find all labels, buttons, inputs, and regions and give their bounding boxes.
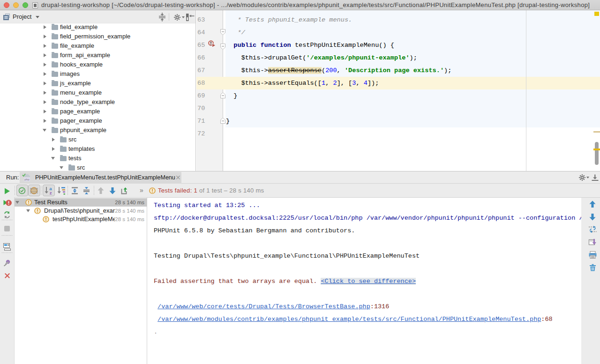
- svg-text:php: php: [24, 178, 30, 181]
- svg-text:z: z: [50, 190, 52, 195]
